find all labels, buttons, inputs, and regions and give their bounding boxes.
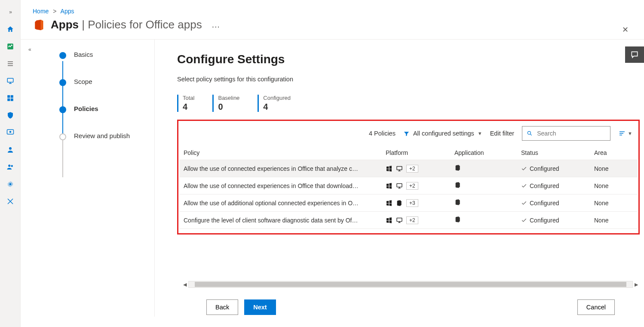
col-platform[interactable]: Platform <box>381 146 450 160</box>
monitor-icon <box>396 217 403 224</box>
scroll-right-icon[interactable]: ▶ <box>633 282 640 287</box>
search-icon <box>527 130 533 137</box>
view-options[interactable]: ▼ <box>618 130 632 137</box>
nav-home[interactable] <box>0 21 21 38</box>
breadcrumb-home[interactable]: Home <box>33 8 49 15</box>
nav-endpoint-security[interactable] <box>0 107 21 124</box>
counter-configured: Configured 4 <box>258 95 291 112</box>
step-scope[interactable]: Scope <box>59 78 146 86</box>
highlighted-region: 4 Policies All configured settings ▼ Edi… <box>177 120 640 234</box>
counters: Total 4 Baseline 0 Configured 4 <box>177 95 640 112</box>
scroll-left-icon[interactable]: ◀ <box>181 282 188 287</box>
back-button[interactable]: Back <box>206 299 238 315</box>
office-icon <box>396 200 403 207</box>
policy-name: Allow the use of connected experiences i… <box>184 165 373 172</box>
windows-icon <box>386 217 393 224</box>
status-cell: Configured <box>521 217 586 224</box>
counter-total: Total 4 <box>177 95 194 112</box>
edit-filter-link[interactable]: Edit filter <box>490 130 514 137</box>
search-input[interactable] <box>536 130 606 137</box>
wizard-footer: Back Next Cancel <box>181 299 640 315</box>
chevron-down-icon: ▼ <box>478 131 482 136</box>
content: Configure Settings Select policy setting… <box>155 40 644 317</box>
check-icon <box>521 217 527 223</box>
filter-icon <box>403 130 410 137</box>
counter-baseline: Baseline 0 <box>212 95 239 112</box>
office-app-icon <box>454 199 461 206</box>
status-cell: Configured <box>521 165 586 172</box>
status-cell: Configured <box>521 200 586 207</box>
col-application[interactable]: Application <box>450 146 517 160</box>
step-review[interactable]: Review and publish <box>59 132 146 140</box>
collapse-stepper[interactable]: « <box>28 46 31 52</box>
check-icon <box>521 200 527 206</box>
policy-name: Configure the level of client software d… <box>184 217 373 224</box>
windows-icon <box>386 165 393 172</box>
area-cell: None <box>590 177 638 194</box>
mini-nav: » <box>0 0 21 327</box>
nav-reports[interactable] <box>0 124 21 141</box>
step-dot-icon <box>59 79 66 86</box>
table-row[interactable]: Allow the use of connected experiences i… <box>179 160 638 177</box>
nav-tenant-admin[interactable] <box>0 176 21 193</box>
area-cell: None <box>590 194 638 212</box>
feedback-button[interactable] <box>625 46 644 63</box>
policies-table: Policy Platform Application Status Area … <box>179 146 638 229</box>
more-platforms-badge[interactable]: +2 <box>406 216 418 224</box>
policy-name: Allow the use of connected experiences i… <box>184 182 373 189</box>
area-cell: None <box>590 160 638 177</box>
platform-icons: +2 <box>386 216 446 224</box>
office-app-icon <box>454 182 461 188</box>
monitor-icon <box>396 165 403 172</box>
nav-dashboard[interactable] <box>0 38 21 55</box>
content-heading: Configure Settings <box>177 52 640 66</box>
chevron-down-icon: ▼ <box>628 131 632 136</box>
col-area[interactable]: Area <box>590 146 638 160</box>
platform-icons: +3 <box>386 199 446 207</box>
nav-users[interactable] <box>0 141 21 158</box>
table-row[interactable]: Allow the use of additional optional con… <box>179 194 638 212</box>
step-dot-icon <box>59 52 66 59</box>
step-basics[interactable]: Basics <box>59 51 146 59</box>
more-platforms-badge[interactable]: +3 <box>406 199 418 207</box>
search-input-wrapper[interactable] <box>522 126 610 141</box>
step-dot-icon <box>59 133 66 140</box>
nav-troubleshoot[interactable] <box>0 193 21 210</box>
area-cell: None <box>590 212 638 229</box>
cancel-button[interactable]: Cancel <box>577 299 615 315</box>
platform-icons: +2 <box>386 182 446 190</box>
table-row[interactable]: Configure the level of client software d… <box>179 212 638 229</box>
check-icon <box>521 166 527 172</box>
nav-groups[interactable] <box>0 158 21 176</box>
breadcrumb: Home > Apps <box>21 0 644 15</box>
next-button[interactable]: Next <box>244 299 276 315</box>
windows-icon <box>386 200 393 207</box>
nav-expand[interactable]: » <box>0 3 21 21</box>
more-platforms-badge[interactable]: +2 <box>406 165 418 173</box>
filter-dropdown[interactable]: All configured settings ▼ <box>403 130 482 137</box>
step-policies[interactable]: Policies <box>59 105 146 113</box>
close-button[interactable]: ✕ <box>622 25 629 34</box>
policy-name: Allow the use of additional optional con… <box>184 200 373 207</box>
table-toolbar: 4 Policies All configured settings ▼ Edi… <box>179 122 638 146</box>
page-title: Apps | Policies for Office apps <box>51 18 202 31</box>
col-policy[interactable]: Policy <box>179 146 381 160</box>
platform-icons: +2 <box>386 165 446 173</box>
more-menu[interactable]: … <box>212 20 220 30</box>
nav-devices[interactable] <box>0 72 21 89</box>
policies-count: 4 Policies <box>369 130 396 137</box>
office-app-icon <box>454 164 461 171</box>
status-cell: Configured <box>521 182 586 189</box>
table-row[interactable]: Allow the use of connected experiences i… <box>179 177 638 194</box>
windows-icon <box>386 182 393 189</box>
nav-all-services[interactable] <box>0 55 21 72</box>
breadcrumb-apps[interactable]: Apps <box>61 8 74 15</box>
more-platforms-badge[interactable]: +2 <box>406 182 418 190</box>
office-app-icon <box>454 216 461 223</box>
col-status[interactable]: Status <box>517 146 590 160</box>
check-icon <box>521 183 527 189</box>
nav-apps[interactable] <box>0 89 21 107</box>
content-subtext: Select policy settings for this configur… <box>177 76 640 83</box>
horizontal-scrollbar[interactable]: ◀ ▶ <box>181 281 640 288</box>
monitor-icon <box>396 182 403 189</box>
